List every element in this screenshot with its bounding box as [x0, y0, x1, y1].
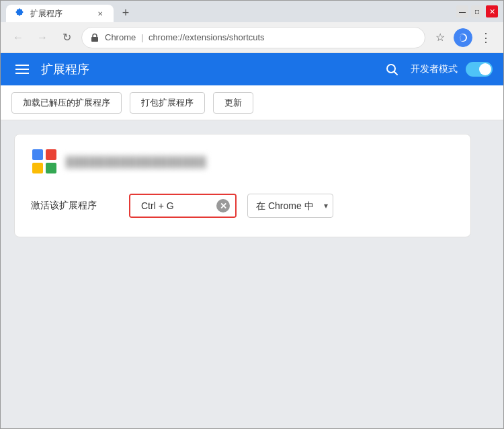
shortcut-label: 激活该扩展程序 — [31, 200, 118, 212]
puzzle-tab-icon — [14, 8, 25, 19]
svg-rect-6 — [46, 149, 56, 160]
url-separator: | — [141, 32, 143, 42]
shortcut-input-wrap[interactable]: Ctrl + G ✕ — [129, 194, 237, 218]
load-unpacked-button[interactable]: 加载已解压的扩展程序 — [11, 92, 122, 114]
shortcut-clear-button[interactable]: ✕ — [211, 194, 235, 218]
active-tab[interactable]: 扩展程序 ✕ — [6, 5, 114, 22]
google-account-icon[interactable]: G — [454, 28, 472, 47]
forward-icon: → — [37, 32, 48, 44]
address-actions: ☆ G ⋮ — [431, 28, 495, 47]
tab-close-button[interactable]: ✕ — [95, 8, 106, 19]
google-icon-svg: G — [454, 28, 472, 47]
url-path: chrome://extensions/shortcuts — [149, 32, 265, 42]
ext-search-button[interactable] — [381, 58, 403, 80]
svg-text:G: G — [458, 32, 466, 43]
svg-rect-0 — [91, 37, 98, 42]
forward-button[interactable]: → — [33, 28, 52, 47]
reload-button[interactable]: ↻ — [57, 28, 76, 47]
svg-rect-8 — [46, 163, 56, 173]
scope-select[interactable]: 在 Chrome 中 全局 — [247, 194, 333, 218]
shortcut-row: 激活该扩展程序 Ctrl + G ✕ 在 Chrome 中 全局 — [31, 188, 454, 223]
back-button[interactable]: ← — [9, 28, 28, 47]
ext-card-header: ██████████████████ — [31, 148, 454, 175]
ext-card-name: ██████████████████ — [66, 156, 206, 167]
main-content: ██████████████████ 激活该扩展程序 Ctrl + G ✕ 在 … — [1, 120, 503, 428]
scope-select-wrap: 在 Chrome 中 全局 — [247, 194, 333, 218]
bookmark-button[interactable]: ☆ — [431, 28, 450, 47]
search-icon — [385, 63, 398, 76]
hamburger-icon — [15, 65, 29, 74]
hamburger-menu-button[interactable] — [11, 58, 33, 80]
actions-bar: 加载已解压的扩展程序 打包扩展程序 更新 — [1, 85, 503, 120]
more-menu-button[interactable]: ⋮ — [476, 28, 495, 47]
update-button[interactable]: 更新 — [213, 92, 253, 114]
address-bar: ← → ↻ Chrome | chrome://extensions/short… — [1, 22, 503, 53]
svg-rect-5 — [32, 149, 43, 160]
url-bar[interactable]: Chrome | chrome://extensions/shortcuts — [81, 27, 425, 48]
ext-toolbar: 扩展程序 开发者模式 — [1, 53, 503, 85]
extension-card: ██████████████████ 激活该扩展程序 Ctrl + G ✕ 在 … — [14, 134, 471, 237]
new-tab-button[interactable]: + — [116, 3, 135, 22]
window-controls: — □ ✕ — [456, 5, 498, 17]
ext-toolbar-title: 扩展程序 — [41, 61, 373, 77]
svg-line-4 — [394, 72, 398, 75]
clear-circle-icon: ✕ — [216, 199, 230, 212]
tab-title: 扩展程序 — [30, 8, 89, 20]
clear-x-icon: ✕ — [220, 201, 227, 211]
bookmark-icon: ☆ — [435, 31, 445, 44]
reload-icon: ↻ — [62, 31, 71, 44]
back-icon: ← — [13, 32, 24, 44]
minimize-button[interactable]: — — [456, 5, 468, 17]
tab-area: 扩展程序 ✕ + — [6, 1, 451, 22]
svg-rect-7 — [32, 163, 43, 173]
url-text: Chrome | chrome://extensions/shortcuts — [105, 32, 265, 42]
secure-lock-icon — [90, 33, 99, 42]
pack-extension-button[interactable]: 打包扩展程序 — [130, 92, 205, 114]
dev-mode-label: 开发者模式 — [411, 63, 458, 75]
ext-card-icon — [31, 148, 58, 175]
url-chrome-label: Chrome — [105, 32, 136, 42]
more-icon: ⋮ — [480, 30, 492, 45]
dev-mode-toggle[interactable] — [466, 62, 493, 77]
maximize-button[interactable]: □ — [471, 5, 483, 17]
shortcut-value: Ctrl + G — [130, 195, 211, 217]
close-button[interactable]: ✕ — [486, 5, 498, 17]
browser-window: 扩展程序 ✕ + — □ ✕ ← → ↻ Chrome — [0, 0, 504, 429]
title-bar: 扩展程序 ✕ + — □ ✕ — [1, 1, 503, 22]
